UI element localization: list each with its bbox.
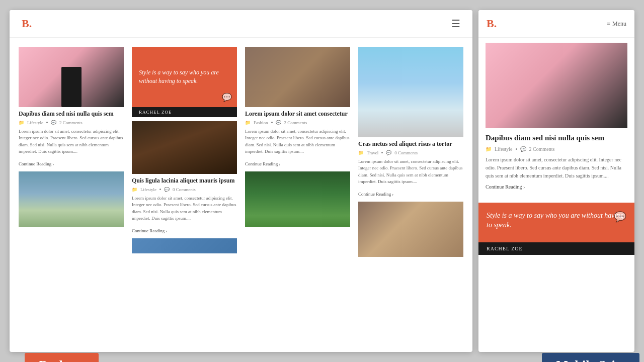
mobile-post-category: Lifestyle <box>495 146 513 152</box>
folder-icon: 📁 <box>19 120 24 125</box>
post-2-title: Quis ligula lacinia aliquet mauris ipsum <box>132 177 237 185</box>
post-1-category: Lifestyle <box>27 120 43 125</box>
folder-icon-4: 📁 <box>358 150 364 155</box>
post-4-excerpt: Lorem ipsum dolor sit amet, consectetur … <box>358 158 463 186</box>
mobile-panel: B. ≡ Menu Dapibus diam sed nisi nulla qu… <box>478 10 634 352</box>
grid-col-2: Style is a way to say who you are withou… <box>128 43 241 344</box>
post-1-meta: 📁 Lifestyle 💬 2 Comments <box>19 120 124 125</box>
man-image <box>358 202 463 257</box>
mobile-meta-sep <box>516 148 517 150</box>
mobile-quote-card: Style is a way to say who you are withou… <box>478 203 634 242</box>
post-3-image <box>245 47 350 107</box>
desktop-logo: B. <box>22 17 32 30</box>
quote-author: RACHEL ZOE <box>132 107 237 117</box>
post-3-title: Lorem ipsum dolor sit amet consectetur <box>245 110 350 118</box>
meta-sep-2 <box>159 189 161 190</box>
post-3-meta: 📁 Fashion 💬 2 Comments <box>245 120 350 125</box>
mobile-comment-icon: 💬 <box>520 146 526 152</box>
post-3-continue[interactable]: Continue Reading › <box>245 161 280 166</box>
post-3-excerpt: Lorem ipsum dolor sit amet, consectetur … <box>245 128 350 155</box>
mobile-label[interactable]: Mobile Seite <box>542 353 639 362</box>
mobile-menu[interactable]: ≡ Menu <box>607 20 626 28</box>
mobile-post-image <box>486 43 627 128</box>
folder-icon-2: 📁 <box>132 187 137 192</box>
mobile-quote-text: Style is a way to say who you are withou… <box>487 211 626 230</box>
plaid-image <box>132 121 237 174</box>
comment-icon-4: 💬 <box>386 150 391 155</box>
mobile-logo: B. <box>487 17 497 30</box>
post-2-meta: 📁 Lifestyle 💬 0 Comments <box>132 187 237 192</box>
desktop-panel: B. ☰ Dapibus diam sed nisi nulla quis se… <box>10 10 472 352</box>
post-4-category: Travel <box>367 150 378 155</box>
grid-col-1: Dapibus diam sed nisi nulla quis sem 📁 L… <box>15 43 128 344</box>
partial-blue-image <box>132 238 237 253</box>
comment-icon-2: 💬 <box>164 187 170 192</box>
post-2-image <box>132 121 237 174</box>
post-2-category: Lifestyle <box>140 187 156 192</box>
grid-col-4: Cras metus sed aliquet risus a tortor 📁 … <box>354 43 467 344</box>
post-8-image <box>358 202 463 257</box>
grid-col-3: Lorem ipsum dolor sit amet consectetur 📁… <box>241 43 354 344</box>
post-6-image-partial <box>132 238 237 253</box>
comment-icon-3: 💬 <box>276 120 281 125</box>
meta-sep-4 <box>381 152 383 153</box>
desktop-grid: Dapibus diam sed nisi nulla quis sem 📁 L… <box>10 38 472 349</box>
meta-sep-3 <box>271 122 273 123</box>
quote-text: Style is a way to say who you are withou… <box>139 68 230 85</box>
comment-icon: 💬 <box>51 120 56 125</box>
post-1-image <box>19 47 124 107</box>
post-4-comments: 0 Comments <box>394 150 418 155</box>
post-1-excerpt: Lorem ipsum dolor sit amet, consectetur … <box>19 128 124 155</box>
post-5-image-partial <box>19 171 124 227</box>
folder-icon-3: 📁 <box>245 120 251 125</box>
mobile-header: B. ≡ Menu <box>478 10 634 38</box>
quote-icon: 💬 <box>222 93 232 102</box>
mobile-quote-icon: 💬 <box>614 211 626 223</box>
post-4-image <box>358 47 463 137</box>
hammock-image <box>245 171 350 227</box>
post-4-continue[interactable]: Continue Reading › <box>358 192 393 197</box>
meta-separator <box>46 122 48 123</box>
post-1-comments: 2 Comments <box>59 120 83 125</box>
mobile-menu-label: Menu <box>612 20 626 28</box>
mountain-image <box>19 171 124 227</box>
post-2-continue[interactable]: Continue Reading › <box>132 228 167 233</box>
post-3-comments: 2 Comments <box>284 120 307 125</box>
mobile-folder-icon: 📁 <box>486 146 492 152</box>
mobile-post-excerpt: Lorem ipsum dolor sit amet, consectetur … <box>486 156 627 180</box>
post-2-comments: 0 Comments <box>173 187 196 192</box>
hamburger-icon[interactable]: ☰ <box>451 18 460 30</box>
desktop-quote-card: Style is a way to say who you are withou… <box>132 47 237 107</box>
mobile-post-comments: 2 Comments <box>529 146 555 152</box>
mobile-post-meta: 📁 Lifestyle 💬 2 Comments <box>486 146 627 152</box>
mobile-content: Dapibus diam sed nisi nulla quis sem 📁 L… <box>478 38 634 203</box>
mobile-post-title: Dapibus diam sed nisi nulla quis sem <box>486 133 627 143</box>
post-4-title: Cras metus sed aliquet risus a tortor <box>358 140 463 148</box>
post-7-image <box>245 171 350 227</box>
mobile-quote-author: RACHEL ZOE <box>478 242 634 255</box>
mobile-continue[interactable]: Continue Reading › <box>486 184 627 190</box>
post-3-category: Fashion <box>254 120 268 125</box>
post-1-title: Dapibus diam sed nisi nulla quis sem <box>19 110 124 118</box>
post-4-meta: 📁 Travel 💬 0 Comments <box>358 150 463 155</box>
post-1-continue[interactable]: Continue Reading › <box>19 161 54 166</box>
post-2-excerpt: Lorem ipsum dolor sit amet, consectetur … <box>132 195 237 222</box>
mobile-menu-icon: ≡ <box>607 20 610 28</box>
desktop-label[interactable]: Desktop <box>25 353 99 362</box>
desktop-header: B. ☰ <box>10 10 472 38</box>
